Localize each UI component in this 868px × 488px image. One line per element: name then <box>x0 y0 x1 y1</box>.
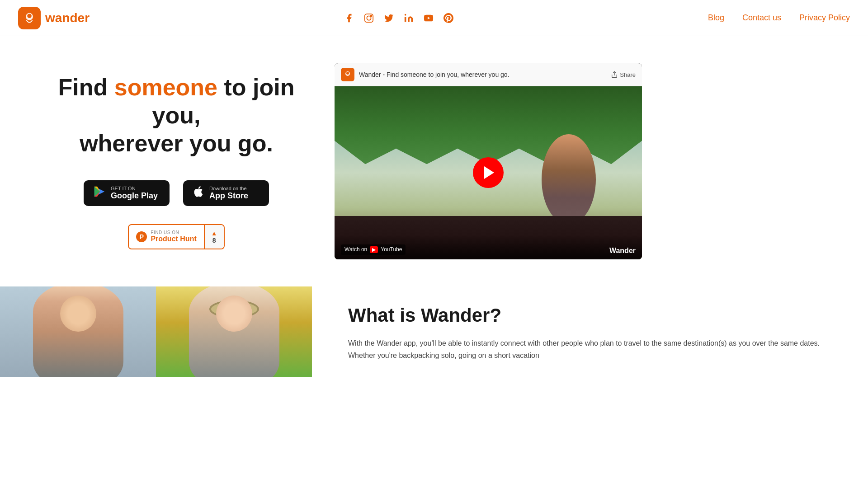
store-buttons-group: GET IT ON Google Play Download on the Ap… <box>36 180 316 206</box>
twitter-icon[interactable] <box>382 12 395 24</box>
product-hunt-icon: P <box>136 231 147 242</box>
hero-title-part3: wherever you go. <box>80 130 273 156</box>
hero-left: Find someone to join you, wherever you g… <box>36 73 316 249</box>
privacy-link[interactable]: Privacy Policy <box>799 13 850 23</box>
svg-point-1 <box>27 14 32 18</box>
video-container: Wander - Find someone to join you, where… <box>335 63 642 259</box>
app-store-main: App Store <box>209 191 248 201</box>
youtube-icon[interactable] <box>422 12 435 24</box>
video-thumbnail[interactable]: Watch on ▶ YouTube Wander <box>335 86 642 259</box>
video-footer: Watch on ▶ YouTube Wander <box>335 235 642 259</box>
logo-text: wander <box>45 11 90 25</box>
ph-find-label: FIND US ON <box>151 230 196 235</box>
photo-collage <box>0 286 312 377</box>
app-store-text: Download on the App Store <box>209 186 248 201</box>
product-hunt-area: P FIND US ON Product Hunt ▲ 8 <box>36 224 316 249</box>
hero-right: Wander - Find someone to join you, where… <box>335 63 642 259</box>
logo-link[interactable]: wander <box>18 7 90 29</box>
svg-point-5 <box>405 14 406 15</box>
ph-arrow-icon: ▲ <box>211 230 217 237</box>
person-figure <box>542 134 596 225</box>
svg-point-8 <box>346 72 349 75</box>
photo-woman <box>156 286 312 377</box>
logo-icon <box>18 7 41 29</box>
nav-links: Blog Contact us Privacy Policy <box>708 13 850 23</box>
app-store-button[interactable]: Download on the App Store <box>183 180 269 206</box>
ph-badge-right: ▲ 8 <box>204 225 224 249</box>
video-header: Wander - Find someone to join you, where… <box>335 63 642 86</box>
hero-title-highlight: someone <box>114 74 217 100</box>
photo-collage-inner <box>0 286 312 377</box>
hero-title: Find someone to join you, wherever you g… <box>36 73 316 158</box>
canopy <box>335 86 642 164</box>
svg-point-4 <box>371 15 372 16</box>
google-play-button[interactable]: GET IT ON Google Play <box>84 180 170 206</box>
social-icons-group <box>343 12 455 24</box>
photo-man <box>0 286 156 377</box>
what-title: What is Wander? <box>348 305 832 326</box>
pinterest-icon[interactable] <box>442 12 455 24</box>
video-share-button[interactable]: Share <box>611 71 636 78</box>
contact-link[interactable]: Contact us <box>742 13 781 23</box>
google-play-main: Google Play <box>111 191 158 201</box>
play-button[interactable] <box>473 157 504 188</box>
google-play-icon <box>93 185 106 202</box>
hero-section: Find someone to join you, wherever you g… <box>0 36 868 286</box>
video-title: Wander - Find someone to join you, where… <box>359 71 606 78</box>
what-description: With the Wander app, you'll be able to i… <box>348 337 832 361</box>
watch-label: Watch on <box>344 246 367 253</box>
ph-text-area: FIND US ON Product Hunt <box>151 230 196 243</box>
product-hunt-badge[interactable]: P FIND US ON Product Hunt ▲ 8 <box>128 224 224 249</box>
instagram-icon[interactable] <box>363 12 375 24</box>
ph-count: 8 <box>212 237 216 244</box>
ph-badge-left: P FIND US ON Product Hunt <box>129 225 203 248</box>
youtube-logo: ▶ <box>370 246 378 253</box>
google-play-sub: GET IT ON <box>111 186 158 191</box>
video-watermark: Wander <box>609 247 636 255</box>
google-play-text: GET IT ON Google Play <box>111 186 158 201</box>
header: wander Blog Contact us Privacy Policy <box>0 0 868 36</box>
face-1 <box>60 296 96 332</box>
play-triangle-icon <box>484 166 494 179</box>
face-2 <box>216 296 252 332</box>
bottom-section: What is Wander? With the Wander app, you… <box>0 286 868 380</box>
svg-point-3 <box>367 16 371 20</box>
video-channel-icon <box>341 68 354 81</box>
facebook-icon[interactable] <box>343 12 355 24</box>
blog-link[interactable]: Blog <box>708 13 724 23</box>
linkedin-icon[interactable] <box>402 12 415 24</box>
ph-title: Product Hunt <box>151 235 196 243</box>
app-store-sub: Download on the <box>209 186 248 191</box>
share-label: Share <box>620 71 636 78</box>
watch-on-youtube[interactable]: Watch on ▶ YouTube <box>341 244 406 255</box>
apple-icon <box>192 185 205 201</box>
youtube-label: YouTube <box>381 246 402 253</box>
hero-title-part1: Find <box>58 74 114 100</box>
what-section: What is Wander? With the Wander app, you… <box>312 286 868 380</box>
